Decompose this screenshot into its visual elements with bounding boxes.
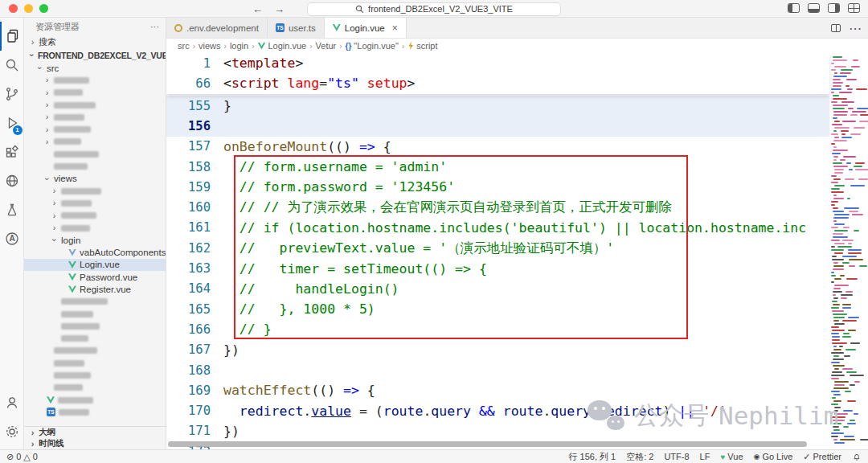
debug-badge: 1 [13,125,23,135]
code-line-66[interactable]: 66<script lang="ts" setup> [166,73,829,93]
tree-item-redacted[interactable]: › [24,99,166,111]
code-line-162[interactable]: 162 // previewText.value = '（演示地址验证码可不填）… [166,238,829,258]
account-icon[interactable] [0,388,24,417]
settings-gear-icon[interactable] [0,417,24,446]
tree-item-redacted[interactable]: › [24,136,166,148]
tree-item-vabautocomponents[interactable]: vabAutoComponents [24,246,166,258]
horizontal-scrollbar[interactable] [168,441,807,447]
tree-item-redacted[interactable]: › [24,123,166,135]
tree-item-register-vue[interactable]: Register.vue [24,283,166,295]
minimize-window-button[interactable] [24,4,33,13]
tree-item-redacted[interactable]: › [24,210,166,222]
code-line-164[interactable]: 164 // handleLogin() [166,279,829,299]
workspace-root-folder[interactable]: › FRONTEND_DB2EXCEL_V2_VUE3_VITE [24,48,166,62]
tab-env-development[interactable]: .env.development [166,18,268,38]
tree-item-redacted[interactable]: › [24,222,166,234]
remote-explorer-icon[interactable] [0,166,24,195]
zoom-window-button[interactable] [39,4,48,13]
code-line-155[interactable]: 155} [166,96,829,116]
command-center-search[interactable]: frontend_DB2Excel_V2_VUE3_VITE [307,2,561,16]
breadcrumb-item-loginvue[interactable]: {}"Login.vue" [346,41,399,51]
code-line-159[interactable]: 159 // form.password = '123456' [166,177,829,197]
extensions-icon[interactable] [0,137,24,166]
indentation[interactable]: 空格: 2 [626,451,653,463]
minimap[interactable] [829,53,868,449]
code-line-1[interactable]: 1<template> [166,53,829,73]
breadcrumb-item-src[interactable]: src [178,41,190,51]
toggle-primary-sidebar-icon[interactable] [788,3,800,13]
problems-indicator[interactable]: ⊘ 0 △ 0 [6,452,38,462]
tab-user-ts[interactable]: TS user.ts [268,18,325,38]
code-editor[interactable]: 1<template>66<script lang="ts" setup> 15… [166,53,868,449]
code-line-166[interactable]: 166 // } [166,319,829,339]
tree-item-views[interactable]: ›views [24,173,166,185]
go-live-button[interactable]: ◉ Go Live [754,452,793,461]
tree-item-src[interactable]: ›src [24,62,166,74]
tree-item-login-vue[interactable]: Login.vue [24,259,166,271]
editor-more-actions-icon[interactable]: ⋯ [849,21,862,36]
tree-item-redacted[interactable] [24,394,166,406]
breadcrumb-item-views[interactable]: views [199,41,221,51]
minimap-line [856,88,867,90]
code-line-161[interactable]: 161 // if (location.hostname.includes('b… [166,218,829,238]
breadcrumb-item-vetur[interactable]: Vetur [316,41,337,51]
run-debug-icon[interactable]: 1 [0,109,24,137]
outline-section[interactable]: › 大纲 [24,427,166,438]
close-tab-icon[interactable]: × [392,23,398,34]
split-editor-icon[interactable] [831,24,841,32]
toggle-secondary-sidebar-icon[interactable] [828,3,840,13]
tree-item-redacted[interactable]: › [24,111,166,123]
minimap-line [841,69,853,71]
tree-item-login[interactable]: ›login [24,234,166,246]
vue-language-status[interactable]: ♥ Vue [720,452,743,461]
code-line-158[interactable]: 158 // form.username = 'admin' [166,157,829,177]
code-line-156[interactable]: 156 [166,116,829,136]
tree-item-redacted[interactable] [24,345,166,357]
tab-login-vue[interactable]: Login.vue × [325,18,407,38]
tree-item-redacted[interactable] [24,320,166,332]
breadcrumb-item-loginvue[interactable]: Login.vue [257,41,306,51]
eol-type[interactable]: LF [700,452,710,461]
code-line-157[interactable]: 157onBeforeMount(() => { [166,137,829,157]
tree-item-redacted[interactable]: TS [24,406,166,418]
testing-flask-icon[interactable] [0,195,24,224]
cursor-position[interactable]: 行 156, 列 1 [568,451,616,463]
breadcrumb-item-login[interactable]: login [230,41,248,51]
tree-item-redacted[interactable]: › [24,185,166,197]
nav-back-button[interactable]: ← [252,3,263,15]
assistant-a-icon[interactable]: A [0,224,24,253]
tree-item-redacted[interactable] [24,382,166,394]
tree-item-redacted[interactable] [24,369,166,381]
tree-item-redacted[interactable] [24,357,166,369]
toggle-panel-icon[interactable] [808,3,820,13]
encoding[interactable]: UTF-8 [664,452,689,461]
tree-item-redacted[interactable] [24,160,166,172]
tree-item-redacted[interactable] [24,148,166,160]
code-line-167[interactable]: 167}) [166,340,829,360]
tree-item-redacted[interactable]: › [24,74,166,86]
explorer-icon[interactable] [0,22,24,51]
breadcrumb-item-script[interactable]: script [407,41,437,51]
notifications-bell[interactable] [852,452,862,461]
sidebar-more-actions-icon[interactable]: ⋯ [150,22,159,32]
search-view-icon[interactable] [0,51,24,80]
tree-item-redacted[interactable]: › [24,197,166,209]
tree-item-redacted[interactable] [24,296,166,308]
nav-forward-button[interactable]: → [274,3,285,15]
tree-item-redacted[interactable]: › [24,87,166,99]
line-content: // form.username = 'admin' [211,159,447,174]
tree-item-password-vue[interactable]: Password.vue [24,271,166,283]
sidebar-section-search[interactable]: › 搜索 [24,35,166,48]
prettier-status[interactable]: ✓ Prettier [803,452,841,462]
code-line-165[interactable]: 165 // }, 1000 * 5) [166,299,829,319]
code-line-160[interactable]: 160 // // 为了演示效果，会在官网演示页自动登录到首页，正式开发可删除 [166,197,829,217]
code-line-163[interactable]: 163 // timer = setTimeout(() => { [166,258,829,278]
customize-layout-icon[interactable] [848,3,860,13]
code-line-169[interactable]: 169watchEffect(() => { [166,380,829,400]
tree-item-redacted[interactable] [24,308,166,320]
close-window-button[interactable] [9,4,18,13]
tree-item-redacted[interactable] [24,333,166,345]
source-control-icon[interactable] [0,80,24,109]
timeline-section[interactable]: › 时间线 [24,438,166,449]
code-line-168[interactable]: 168 [166,360,829,380]
